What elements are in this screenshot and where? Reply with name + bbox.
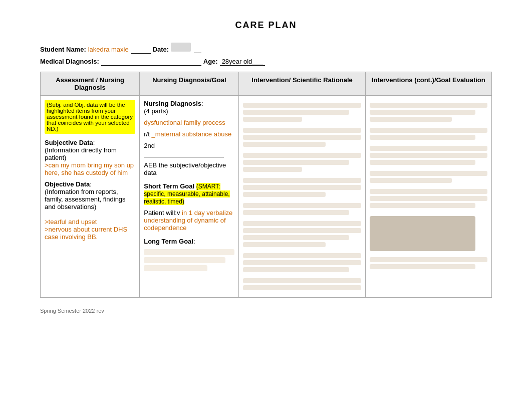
nursing-colon: : — [201, 100, 203, 107]
age-value: 28year old — [222, 58, 252, 65]
assessment-note: (Subj. and Obj. data will be the highlig… — [45, 100, 135, 134]
intervention-blurred-4 — [243, 178, 361, 197]
cont-blurred-5 — [370, 189, 487, 208]
subjective-data: >can my mom bring my son up here, she ha… — [45, 161, 134, 176]
care-plan-table: Assessment / Nursing Diagnosis Nursing D… — [40, 72, 492, 298]
student-name-value: lakedra maxie — [88, 46, 129, 53]
objective-data-2: >nervous about current DHS case involvin… — [45, 226, 127, 241]
rt-value: _maternal substance abuse — [151, 130, 231, 138]
cont-blurred-1 — [370, 103, 487, 122]
intervention-blurred-5 — [243, 203, 361, 215]
short-term-label: Short Term Goal — [144, 182, 194, 190]
intervention-blurred-6 — [243, 221, 361, 247]
interventions-cont-cell — [365, 96, 491, 298]
cont-blurred-6 — [370, 257, 487, 269]
student-name-label: Student Name: — [40, 46, 86, 53]
dysfunctional-text: dysfunctional family process — [144, 119, 225, 126]
subjective-header: Subjective Data — [45, 139, 93, 146]
cont-blurred-3 — [370, 146, 487, 165]
objective-desc: (Information from reports, family, asses… — [45, 188, 126, 211]
subjective-desc: (Information directly from patient) — [45, 146, 117, 161]
date-dash: __ — [194, 46, 201, 53]
age-label: Age: — [203, 58, 218, 65]
cont-blurred-2 — [370, 128, 487, 140]
nd-blank-line — [144, 149, 224, 157]
nursing-diagnosis-cell: Nursing Diagnosis: (4 parts) dysfunction… — [140, 96, 239, 298]
long-term-colon: : — [193, 238, 195, 245]
cont-blurred-4 — [370, 171, 487, 183]
assessment-cell: (Subj. and Obj. data will be the highlig… — [41, 96, 140, 298]
cont-image-blurred — [370, 216, 476, 251]
intervention-blurred-1 — [243, 103, 361, 122]
header-interventions-cont: Interventions (cont.)/Goal Evaluation — [365, 72, 491, 96]
objective-header: Objective Data — [45, 180, 90, 188]
rt-label: r/t — [144, 130, 150, 138]
nursing-parts: (4 parts) — [144, 107, 168, 115]
medical-diagnosis-label: Medical Diagnosis: — [40, 58, 99, 65]
page-title: CARE PLAN — [40, 20, 492, 31]
patient-will: Patient will:v — [144, 209, 180, 217]
objective-data-1: >tearful and upset — [45, 218, 97, 226]
intervention-blurred-3 — [243, 153, 361, 172]
date-box — [171, 43, 191, 52]
long-term-blurred — [144, 249, 234, 271]
objective-colon: : — [90, 180, 92, 188]
intervention-blurred-8 — [243, 278, 361, 290]
header-intervention-rationale: Intervention/ Scientific Rationale — [239, 72, 365, 96]
long-term-label: Long Term Goal — [144, 238, 193, 245]
nursing-diag-label: Nursing Diagnosis — [144, 100, 201, 107]
intervention-blurred-7 — [243, 253, 361, 272]
header-nursing-goal: Nursing Diagnosis/Goal — [140, 72, 239, 96]
aeb-text: AEB the subjective/objective data — [144, 161, 226, 176]
header-assessment: Assessment / Nursing Diagnosis — [41, 72, 140, 96]
intervention-blurred-2 — [243, 128, 361, 147]
footer-note: Spring Semester 2022 rev — [40, 308, 492, 314]
subjective-colon: : — [93, 139, 95, 146]
intervention-rationale-cell — [239, 96, 365, 298]
second-label: 2nd — [144, 142, 155, 149]
date-label: Date: — [153, 46, 169, 53]
